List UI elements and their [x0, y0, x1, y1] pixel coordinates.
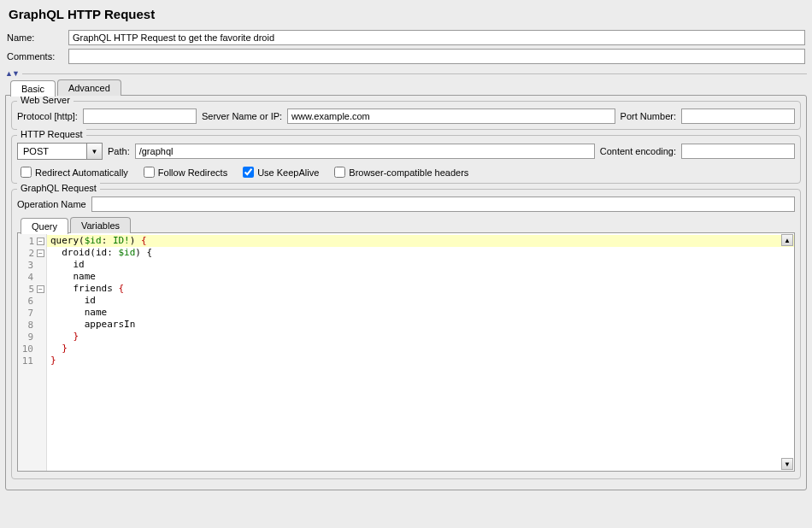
separator — [22, 73, 807, 74]
query-editor[interactable]: 1− 2− 3 4 5− 6 7 8 9 10 11 query($id: ID… — [17, 232, 795, 472]
chk-follow-box[interactable] — [144, 167, 155, 178]
chk-browser-box[interactable] — [334, 167, 345, 178]
http-request-legend: HTTP Request — [17, 129, 86, 139]
chk-redirect[interactable]: Redirect Automatically — [21, 167, 128, 178]
port-label: Port Number: — [621, 111, 676, 121]
protocol-label: Protocol [http]: — [17, 111, 78, 121]
comments-input[interactable] — [68, 49, 805, 64]
encoding-input[interactable] — [681, 144, 795, 159]
protocol-input[interactable] — [83, 109, 197, 124]
code-area[interactable]: query($id: ID!) { droid(id: $id) { id na… — [47, 233, 794, 471]
graphql-legend: GraphQL Request — [17, 183, 100, 193]
chk-keepalive[interactable]: Use KeepAlive — [243, 167, 319, 178]
http-request-group: HTTP Request POST ▼ Path: Content encodi… — [11, 135, 801, 184]
name-input[interactable] — [68, 30, 805, 45]
chevron-down-icon[interactable]: ▼ — [86, 144, 102, 159]
graphql-group: GraphQL Request Operation Name Query Var… — [11, 189, 801, 479]
path-label: Path: — [108, 146, 130, 156]
collapse-toggle[interactable]: ▲▼ — [5, 69, 19, 78]
scroll-up-icon[interactable]: ▲ — [781, 234, 793, 246]
tab-content-basic: Web Server Protocol [http]: Server Name … — [5, 95, 807, 490]
tab-advanced[interactable]: Advanced — [57, 79, 121, 96]
operation-label: Operation Name — [17, 199, 86, 209]
tab-query[interactable]: Query — [21, 218, 68, 234]
chk-keepalive-box[interactable] — [243, 167, 254, 178]
port-input[interactable] — [681, 109, 795, 124]
server-label: Server Name or IP: — [202, 111, 282, 121]
method-select[interactable]: POST ▼ — [17, 143, 103, 160]
fold-icon[interactable]: − — [37, 238, 44, 245]
chk-follow[interactable]: Follow Redirects — [144, 167, 227, 178]
tab-basic[interactable]: Basic — [10, 80, 56, 97]
encoding-label: Content encoding: — [600, 146, 676, 156]
method-value: POST — [18, 146, 86, 156]
fold-icon[interactable]: − — [37, 285, 44, 293]
fold-icon[interactable]: − — [37, 249, 44, 257]
gutter: 1− 2− 3 4 5− 6 7 8 9 10 11 — [18, 233, 47, 471]
chk-redirect-box[interactable] — [21, 167, 32, 178]
comments-label: Comments: — [7, 51, 68, 62]
page-title: GraphQL HTTP Request — [9, 7, 807, 21]
path-input[interactable] — [135, 144, 595, 159]
chk-browser[interactable]: Browser-compatible headers — [334, 167, 468, 178]
tab-variables[interactable]: Variables — [70, 217, 131, 233]
name-label: Name: — [7, 32, 68, 43]
web-server-group: Web Server Protocol [http]: Server Name … — [11, 101, 801, 130]
scroll-down-icon[interactable]: ▼ — [781, 458, 793, 470]
server-input[interactable] — [287, 109, 615, 124]
operation-input[interactable] — [91, 197, 795, 212]
